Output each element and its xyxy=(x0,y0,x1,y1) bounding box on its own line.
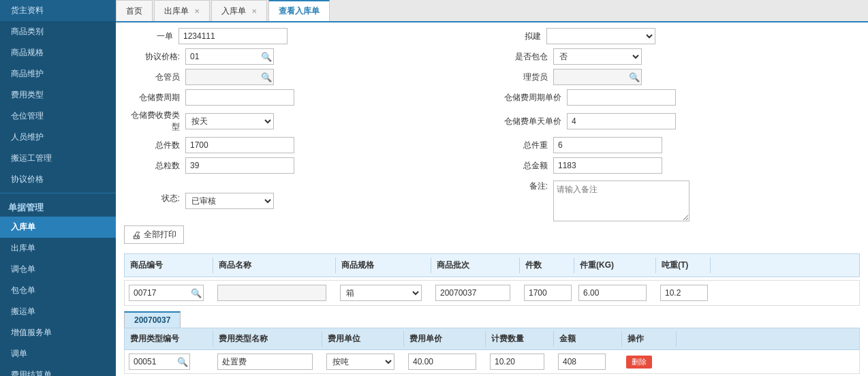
form-area: 一单 拟建 协议价格: 🔍 是否包仓 xyxy=(116,22,868,376)
sub-tab-batch[interactable]: 20070037 xyxy=(124,311,181,328)
tab-bar: 首页 出库单 ✕ 入库单 ✕ 查看入库单 xyxy=(116,0,868,22)
search-icon-xieyi[interactable]: 🔍 xyxy=(261,52,272,62)
label-nijian: 拟建 xyxy=(492,31,546,42)
search-icon-product-code[interactable]: 🔍 xyxy=(191,288,202,298)
tab-chakan-rukudan[interactable]: 查看入库单 xyxy=(268,0,330,21)
input-total-pieces[interactable] xyxy=(185,137,294,153)
search-icon-fee-code[interactable]: 🔍 xyxy=(177,357,188,367)
sub-th-fee-code: 费用类型编号 xyxy=(125,331,213,347)
sidebar-item-xieyi-jiage[interactable]: 协议价格 xyxy=(0,169,116,190)
input-product-name[interactable] xyxy=(217,285,326,301)
search-icon-liyao[interactable]: 🔍 xyxy=(629,72,640,82)
sidebar-item-banyun-guanli[interactable]: 搬运工管理 xyxy=(0,148,116,169)
sidebar: 货主资料 商品类别 商品规格 商品维护 费用类型 仓位管理 人员维护 搬运工管理… xyxy=(0,0,116,376)
sub-th-fee-amount: 金额 xyxy=(554,331,622,347)
th-product-batch: 商品批次 xyxy=(431,257,520,273)
input-product-weight[interactable] xyxy=(578,285,647,301)
form-row-status: 状态: 已审核 备注: xyxy=(124,178,860,221)
label-cangguan: 仓管员 xyxy=(124,72,185,83)
select-product-spec[interactable]: 箱 xyxy=(340,285,422,301)
select-cangfei-type[interactable]: 按天 xyxy=(185,113,274,129)
sidebar-item-shangpin-weihu[interactable]: 商品维护 xyxy=(0,63,116,84)
product-table-row: 🔍 箱 xyxy=(124,280,860,306)
print-row: 🖨 全部打印 xyxy=(124,225,860,249)
sidebar-item-shangpin-leibie[interactable]: 商品类别 xyxy=(0,21,116,42)
input-cangfei-tian[interactable] xyxy=(567,113,676,129)
print-button[interactable]: 🖨 全部打印 xyxy=(124,225,184,244)
input-fee-amount[interactable] xyxy=(558,354,606,370)
sub-th-fee-count: 计费数量 xyxy=(486,331,554,347)
label-status: 状态: xyxy=(124,193,185,204)
input-cangfei-qijian-danjia[interactable] xyxy=(567,89,676,106)
input-total-weight[interactable] xyxy=(553,137,662,153)
label-cangfei-qijian: 仓储费周期 xyxy=(124,92,185,104)
select-status[interactable]: 已审核 xyxy=(185,193,274,209)
label-cangfei-type: 仓储费收费类型 xyxy=(124,110,185,133)
form-row-cangfei-type: 仓储费收费类型 按天 仓储费单天单价 xyxy=(124,110,860,133)
sub-th-fee-unit: 费用单位 xyxy=(322,331,404,347)
sidebar-item-diaocangdan[interactable]: 调仓单 xyxy=(0,259,116,280)
th-product-weight: 件重(KG) xyxy=(574,257,656,273)
label-total-count: 总粒数 xyxy=(124,160,185,172)
label-cangfei-tian: 仓储费单天单价 xyxy=(492,116,567,127)
th-product-code: 商品编号 xyxy=(125,257,213,273)
form-row-xieyi: 协议价格: 🔍 是否包仓 否 是 xyxy=(124,48,860,65)
input-fee-count[interactable] xyxy=(490,354,544,370)
tab-chukudan[interactable]: 出库单 ✕ xyxy=(154,0,210,21)
tab-chukudan-close[interactable]: ✕ xyxy=(194,7,200,15)
label-remark: 备注: xyxy=(492,181,553,192)
sidebar-item-diaodanx[interactable]: 调单 xyxy=(0,343,116,364)
input-product-pieces[interactable] xyxy=(524,285,572,301)
input-fee-name[interactable] xyxy=(217,354,313,370)
sidebar-item-shangpin-guige[interactable]: 商品规格 xyxy=(0,42,116,63)
fee-table-header: 费用类型编号 费用类型名称 费用单位 费用单价 计费数量 金额 操作 xyxy=(124,328,860,350)
form-row-cangguan: 仓管员 🔍 理货员 🔍 xyxy=(124,69,860,85)
form-row-1: 一单 拟建 xyxy=(124,28,860,44)
form-row-cangfei-qijian: 仓储费周期 仓储费周期单价 xyxy=(124,89,860,106)
label-total-weight: 总件重 xyxy=(492,140,553,151)
input-product-batch[interactable] xyxy=(435,285,510,301)
select-baocang[interactable]: 否 是 xyxy=(553,48,642,65)
input-total-amount[interactable] xyxy=(553,157,662,174)
sidebar-item-cangwei-guanli[interactable]: 仓位管理 xyxy=(0,106,116,127)
sub-th-fee-action: 操作 xyxy=(622,331,677,347)
sidebar-item-renyuan-weihu[interactable]: 人员维护 xyxy=(0,127,116,148)
input-yidan[interactable] xyxy=(179,28,288,44)
select-nijian[interactable] xyxy=(546,28,655,44)
printer-icon: 🖨 xyxy=(131,230,141,240)
sidebar-item-feiyong-leixing[interactable]: 费用类型 xyxy=(0,84,116,106)
sidebar-item-baocangdan[interactable]: 包仓单 xyxy=(0,280,116,301)
main-content: 首页 出库单 ✕ 入库单 ✕ 查看入库单 一单 拟建 xyxy=(116,0,868,376)
input-fee-unit-price[interactable] xyxy=(408,354,476,370)
tab-home[interactable]: 首页 xyxy=(116,0,153,21)
sub-th-fee-unit-price: 费用单价 xyxy=(404,331,486,347)
tab-rukudan[interactable]: 入库单 ✕ xyxy=(211,0,267,21)
sidebar-item-banyundan[interactable]: 搬运单 xyxy=(0,301,116,322)
search-icon-cangguan[interactable]: 🔍 xyxy=(261,72,272,82)
sidebar-item-chukudan[interactable]: 出库单 xyxy=(0,238,116,259)
label-total-pieces: 总件数 xyxy=(124,140,185,151)
product-table-header: 商品编号 商品名称 商品规格 商品批次 件数 件重(KG) 吨重(T) xyxy=(124,253,860,277)
sub-th-fee-name: 费用类型名称 xyxy=(213,331,322,347)
input-cangfei-qijian[interactable] xyxy=(185,89,294,106)
input-total-count[interactable] xyxy=(185,157,294,174)
th-product-ton: 吨重(T) xyxy=(656,257,711,273)
sidebar-item-feiyong-jiesuandan[interactable]: 费用结算单 xyxy=(0,364,116,376)
sidebar-item-huozhu[interactable]: 货主资料 xyxy=(0,0,116,21)
select-fee-unit[interactable]: 按吨 xyxy=(326,354,394,370)
label-cangfei-qijian-danjia: 仓储费周期单价 xyxy=(492,92,567,104)
label-liyao: 理货员 xyxy=(492,72,553,83)
sidebar-item-zengjia-fuwudan[interactable]: 增值服务单 xyxy=(0,322,116,343)
sidebar-item-rukudan[interactable]: 入库单 xyxy=(0,217,116,238)
input-product-ton[interactable] xyxy=(660,285,708,301)
fee-table-row: 🔍 按吨 删除 xyxy=(124,350,860,374)
th-product-pieces: 件数 xyxy=(520,257,574,273)
textarea-remark[interactable] xyxy=(553,181,689,221)
sidebar-section-danju: 单据管理 xyxy=(0,196,116,217)
form-row-total-pieces: 总件数 总件重 xyxy=(124,137,860,153)
tab-rukudan-close[interactable]: ✕ xyxy=(251,7,257,15)
delete-fee-button[interactable]: 删除 xyxy=(626,356,652,369)
form-row-total-count: 总粒数 总金额 xyxy=(124,157,860,174)
label-xieyi: 协议价格: xyxy=(124,51,185,63)
sub-tab-bar: 20070037 xyxy=(124,311,860,328)
